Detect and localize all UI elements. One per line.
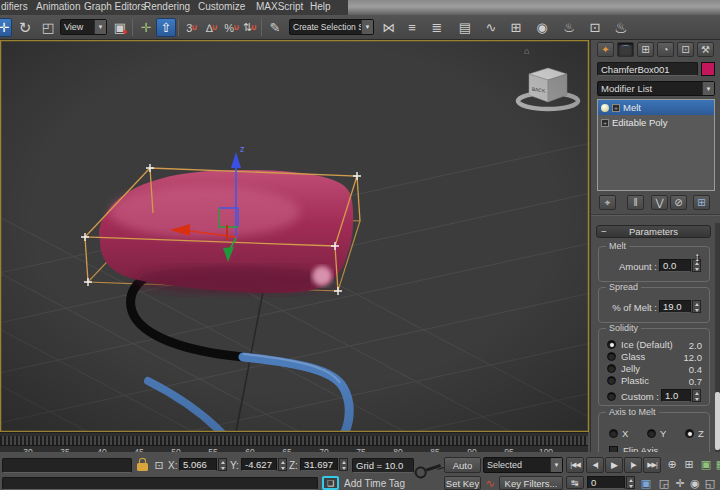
angle-snap-icon[interactable]: ∆ <box>203 18 221 37</box>
menu-rendering[interactable]: Rendering <box>144 1 190 12</box>
radio-plastic[interactable] <box>607 376 616 385</box>
menu-modifiers[interactable]: difiers <box>1 1 28 12</box>
edit-named-selections-icon[interactable]: ✎ <box>265 18 285 37</box>
align-icon[interactable]: ≡ <box>402 18 422 37</box>
chevron-down-icon[interactable]: ▼ <box>550 458 562 472</box>
select-manipulate-icon[interactable]: ✛ <box>136 18 156 37</box>
amount-field[interactable]: 0.0 <box>659 259 691 272</box>
menu-animation[interactable]: Animation <box>36 1 80 12</box>
ribbon-toggle-icon[interactable]: ▤ <box>455 18 475 37</box>
goto-start-button[interactable]: |◀◀ <box>566 457 584 473</box>
custom-spinner[interactable] <box>692 389 701 402</box>
rendered-frame-window-icon[interactable]: ⊡ <box>585 18 605 37</box>
menu-customize[interactable]: Customize <box>198 1 245 12</box>
modifier-onoff-bulb-icon[interactable] <box>601 104 609 112</box>
menu-graph-editors[interactable]: Graph Editors <box>84 1 146 12</box>
radio-glass[interactable] <box>607 352 616 361</box>
isolate-selection-icon[interactable]: ❏ <box>322 476 339 490</box>
render-production-icon[interactable]: ♨ <box>611 18 631 37</box>
object-name-field[interactable]: ChamferBox001 <box>597 62 698 76</box>
current-frame-field[interactable]: 0 <box>587 476 625 489</box>
mirror-icon[interactable]: ⋈ <box>379 18 399 37</box>
goto-end-button[interactable]: ▶▶| <box>643 457 661 473</box>
x-spinner[interactable] <box>218 458 227 471</box>
key-mode-toggle[interactable]: ↹ <box>566 476 584 489</box>
make-unique-button[interactable]: ⋁ <box>651 195 668 210</box>
tab-utilities[interactable]: ⚒ <box>697 42 714 57</box>
zoom-icon[interactable]: ⊕ <box>664 457 680 472</box>
default-in-out-tangents-icon[interactable]: ∿ <box>482 476 498 490</box>
pan-icon[interactable]: ✛ <box>672 476 688 490</box>
auto-key-button[interactable]: Auto Key <box>444 457 481 473</box>
tab-modify[interactable]: ⌒ <box>617 42 634 57</box>
modifier-box-icon[interactable]: + <box>612 104 620 112</box>
screen-icon[interactable]: ▣ <box>638 476 654 490</box>
play-button[interactable]: ▶ <box>605 457 623 473</box>
radio-ice[interactable] <box>607 340 616 349</box>
curve-editor-icon[interactable]: ∿ <box>481 18 501 37</box>
z-coord-field[interactable]: 31.697 <box>300 458 338 471</box>
zoom-extents-icon[interactable]: ▣ <box>698 457 714 472</box>
tab-create[interactable]: ✦ <box>597 42 614 57</box>
radio-axis-y[interactable] <box>647 429 656 438</box>
select-move-icon[interactable]: ✛ <box>0 18 12 37</box>
pct-of-melt-spinner[interactable] <box>692 300 701 313</box>
parameters-rollout-header[interactable]: − Parameters <box>596 225 711 238</box>
rotate-icon[interactable]: ↻ <box>15 18 35 37</box>
zoom-all-icon[interactable]: ⊞ <box>681 457 697 472</box>
y-spinner[interactable] <box>278 458 287 471</box>
remove-modifier-button[interactable]: ⊘ <box>670 195 687 210</box>
modifier-box-icon[interactable]: + <box>601 119 609 127</box>
frame-spinner[interactable] <box>626 476 635 489</box>
ref-coord-dropdown[interactable]: View ▼ <box>60 19 107 35</box>
panel-scrollbar[interactable] <box>715 223 720 452</box>
scrollbar-thumb[interactable] <box>715 392 720 450</box>
chevron-down-icon[interactable]: ▼ <box>702 82 714 95</box>
selection-lock-icon[interactable] <box>137 463 148 471</box>
spinner-snap-icon[interactable]: ⇅ <box>242 18 258 37</box>
zoom-extents-all-icon[interactable]: ▦ <box>713 457 720 472</box>
pin-stack-button[interactable]: ⌖ <box>599 195 616 210</box>
radio-axis-z[interactable] <box>685 429 694 438</box>
chevron-down-icon[interactable]: ▼ <box>361 20 373 34</box>
orbit-icon[interactable]: ◉ <box>687 476 703 490</box>
material-editor-icon[interactable]: ◉ <box>532 18 552 37</box>
radio-custom[interactable] <box>607 392 616 401</box>
menu-help[interactable]: Help <box>310 1 331 12</box>
z-spinner[interactable] <box>339 458 348 471</box>
set-keys-key-icon[interactable] <box>413 458 444 480</box>
key-filters-button[interactable]: Key Filters... <box>499 476 563 490</box>
x-coord-field[interactable]: 5.066 <box>179 458 217 471</box>
next-frame-button[interactable]: |▶ <box>624 457 642 473</box>
create-selection-set-field[interactable]: Create Selection Se ▼ <box>289 19 374 35</box>
layer-manager-icon[interactable]: ≣ <box>427 18 447 37</box>
maximize-viewport-icon[interactable]: ◱ <box>702 476 718 490</box>
chevron-down-icon[interactable]: ▼ <box>94 20 106 34</box>
configure-modifier-sets-button[interactable]: ⊞ <box>693 195 710 210</box>
radio-jelly[interactable] <box>607 364 616 373</box>
tab-display[interactable]: ⊡ <box>677 42 694 57</box>
radio-axis-x[interactable] <box>609 429 618 438</box>
scale-icon[interactable]: ◰ <box>38 18 58 37</box>
render-setup-icon[interactable]: ♨ <box>559 18 579 37</box>
add-time-tag[interactable]: Add Time Tag <box>344 478 405 489</box>
tab-motion[interactable]: ◔ <box>657 42 674 57</box>
snap-toggle-3d-icon[interactable]: 3 <box>183 18 201 37</box>
tab-hierarchy[interactable]: ⊞ <box>637 42 654 57</box>
pct-of-melt-field[interactable]: 19.0 <box>659 300 691 313</box>
set-key-button[interactable]: Set Key <box>444 476 481 490</box>
object-color-swatch[interactable] <box>701 62 715 76</box>
stack-item-editable-poly[interactable]: + Editable Poly <box>598 115 714 130</box>
show-end-result-button[interactable]: ‖ <box>627 195 644 210</box>
use-pivot-center-icon[interactable]: ▣ <box>110 18 130 37</box>
menu-maxscript[interactable]: MAXScript <box>256 1 303 12</box>
custom-field[interactable]: 1.0 <box>661 389 691 402</box>
zoom-region-icon[interactable]: ◲ <box>656 476 672 490</box>
selection-filter-dropdown[interactable]: Selected ▼ <box>483 457 563 473</box>
modifier-list-dropdown[interactable]: Modifier List ▼ <box>597 81 715 96</box>
previous-frame-button[interactable]: ◀| <box>586 457 604 473</box>
keyboard-override-icon[interactable]: ⇧ <box>156 18 176 37</box>
schematic-view-icon[interactable]: ⊞ <box>506 18 526 37</box>
absolute-mode-icon[interactable]: ⊡ <box>151 458 167 473</box>
y-coord-field[interactable]: -4.627 <box>241 458 277 471</box>
